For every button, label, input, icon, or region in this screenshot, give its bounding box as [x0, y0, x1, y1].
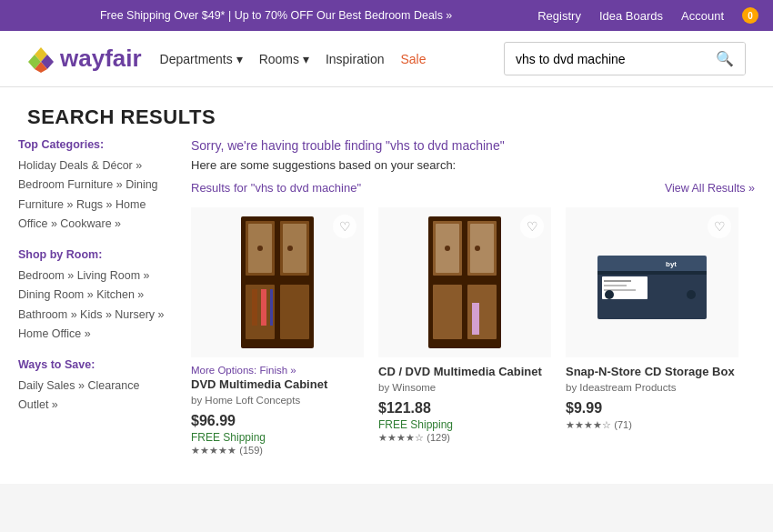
svg-rect-15 — [270, 289, 273, 326]
page-title: SEARCH RESULTS — [0, 87, 773, 138]
search-button[interactable]: 🔍 — [705, 43, 745, 75]
product-name-1: DVD Multimedia Cabinet — [191, 377, 364, 393]
results-area: Sorry, we're having trouble finding "vhs… — [191, 138, 755, 457]
idea-boards-link[interactable]: Idea Boards — [599, 9, 663, 23]
logo-text: wayfair — [60, 45, 142, 73]
svg-point-23 — [445, 246, 450, 251]
sidebar-link-bathroom[interactable]: Bathroom » — [18, 308, 77, 321]
main-nav: Departments ▾ Rooms ▾ Inspiration Sale — [160, 52, 427, 66]
svg-text:byt: byt — [666, 260, 677, 268]
product-price-2: $121.88 — [378, 400, 551, 417]
sorry-query: "vhs to dvd machine" — [386, 138, 505, 153]
svg-point-12 — [287, 246, 293, 251]
product-brand-3: by Ideastream Products — [566, 382, 738, 393]
sidebar-top-categories: Top Categories: Holiday Deals & Décor » … — [18, 138, 173, 234]
sidebar-ways-to-save: Ways to Save: Daily Sales » Clearance Ou… — [18, 358, 173, 416]
sidebar-link-living-room[interactable]: Living Room » — [77, 269, 150, 282]
svg-point-24 — [475, 246, 480, 251]
shop-by-room-title: Shop by Room: — [18, 248, 173, 261]
ways-to-save-links: Daily Sales » Clearance Outlet » — [18, 376, 173, 416]
wishlist-button-3[interactable]: ♡ — [708, 215, 731, 238]
more-options-1[interactable]: More Options: Finish » — [191, 365, 364, 376]
product-shipping-2: FREE Shipping — [378, 418, 551, 431]
svg-rect-10 — [283, 224, 306, 273]
logo-icon — [27, 45, 55, 73]
registry-link[interactable]: Registry — [537, 9, 581, 23]
product-image-wrap: ♡ — [378, 207, 551, 357]
view-all-link[interactable]: View All Results » — [665, 182, 755, 195]
sidebar-link-daily-sales[interactable]: Daily Sales » — [18, 379, 85, 392]
svg-rect-22 — [470, 224, 494, 273]
sidebar-link-holiday[interactable]: Holiday Deals & Décor » — [18, 159, 142, 172]
product-price-1: $96.99 — [191, 413, 364, 429]
product-card: ♡ More Options: Finish » DVD Multimedia … — [191, 207, 364, 457]
product-grid: ♡ More Options: Finish » DVD Multimedia … — [191, 207, 755, 457]
product-image-wrap: ♡ — [191, 207, 364, 357]
sidebar-link-kids[interactable]: Kids » — [80, 308, 112, 321]
results-for-label: Results for "vhs to dvd machine" — [191, 181, 361, 195]
svg-rect-20 — [467, 285, 497, 339]
product-stars-3: ★★★★☆ (71) — [566, 418, 738, 431]
banner-nav: Registry Idea Boards Account 0 — [537, 7, 758, 24]
shop-by-room-links: Bedroom » Living Room » Dining Room » Ki… — [18, 266, 173, 344]
product-name-2: CD / DVD Multimedia Cabinet — [378, 365, 551, 380]
wishlist-button-2[interactable]: ♡ — [520, 215, 544, 238]
sidebar-link-nursery[interactable]: Nursery » — [115, 308, 164, 321]
sidebar-link-dining-room[interactable]: Dining Room » — [18, 288, 94, 301]
sidebar: Top Categories: Holiday Deals & Décor » … — [18, 138, 173, 457]
product-image: byt — [593, 242, 711, 324]
product-brand-1: by Home Loft Concepts — [191, 395, 364, 406]
sidebar-shop-by-room: Shop by Room: Bedroom » Living Room » Di… — [18, 248, 173, 344]
product-image-wrap: byt ♡ — [566, 207, 738, 357]
product-image — [419, 212, 510, 353]
nav-sale[interactable]: Sale — [400, 52, 426, 66]
svg-rect-28 — [597, 271, 707, 275]
product-name-3: Snap-N-Store CD Storage Box — [566, 365, 738, 380]
svg-point-33 — [687, 290, 696, 299]
sidebar-link-kitchen[interactable]: Kitchen » — [96, 288, 144, 301]
svg-point-34 — [605, 290, 614, 299]
svg-rect-8 — [280, 285, 309, 339]
sidebar-link-cookware[interactable]: Cookware » — [60, 217, 121, 230]
search-input[interactable] — [505, 45, 705, 74]
svg-rect-13 — [252, 289, 257, 326]
results-for-row: Results for "vhs to dvd machine" View Al… — [191, 181, 755, 195]
logo-link[interactable]: wayfair — [27, 45, 142, 73]
sorry-message: Sorry, we're having trouble finding "vhs… — [191, 138, 755, 153]
product-stars-2: ★★★★☆ (129) — [378, 431, 551, 444]
svg-rect-14 — [261, 289, 266, 326]
svg-rect-31 — [604, 285, 627, 286]
top-categories-links: Holiday Deals & Décor » Bedroom Furnitur… — [18, 156, 173, 234]
cart-badge[interactable]: 0 — [742, 7, 758, 24]
nav-rooms[interactable]: Rooms ▾ — [259, 52, 309, 66]
sidebar-link-home-office[interactable]: Home Office » — [18, 327, 91, 340]
svg-rect-30 — [604, 280, 631, 282]
account-link[interactable]: Account — [681, 9, 724, 23]
sidebar-link-bedroom[interactable]: Bedroom Furniture » — [18, 178, 123, 191]
sidebar-link-bedroom-room[interactable]: Bedroom » — [18, 269, 74, 282]
content-area: Top Categories: Holiday Deals & Décor » … — [0, 138, 773, 484]
header: wayfair Departments ▾ Rooms ▾ Inspiratio… — [0, 31, 773, 87]
product-shipping-1: FREE Shipping — [191, 431, 364, 444]
promo-text: Free Shipping Over $49* | Up to 70% OFF … — [15, 9, 537, 22]
product-image — [232, 212, 323, 353]
sidebar-link-rugs[interactable]: Rugs » — [76, 198, 113, 211]
top-categories-title: Top Categories: — [18, 138, 173, 151]
suggestions-text: Here are some suggestions based on your … — [191, 158, 755, 172]
nav-departments[interactable]: Departments ▾ — [160, 52, 243, 66]
main-container: SEARCH RESULTS Top Categories: Holiday D… — [0, 87, 773, 484]
results-query: "vhs to dvd machine" — [251, 181, 361, 195]
nav-inspiration[interactable]: Inspiration — [326, 52, 385, 66]
top-banner: Free Shipping Over $49* | Up to 70% OFF … — [0, 0, 773, 31]
svg-rect-25 — [472, 303, 479, 335]
svg-point-11 — [257, 246, 263, 251]
product-card: ♡ CD / DVD Multimedia Cabinet by Winsome… — [378, 207, 551, 457]
product-card: byt ♡ Snap-N-Store CD Storage Box by Ide… — [566, 207, 738, 457]
product-stars-1: ★★★★★ (159) — [191, 444, 364, 457]
ways-to-save-title: Ways to Save: — [18, 358, 173, 371]
wishlist-button-1[interactable]: ♡ — [333, 215, 356, 238]
product-brand-2: by Winsome — [378, 382, 551, 393]
product-price-3: $9.99 — [566, 400, 738, 417]
search-bar: 🔍 — [504, 42, 746, 75]
svg-rect-19 — [433, 285, 462, 339]
